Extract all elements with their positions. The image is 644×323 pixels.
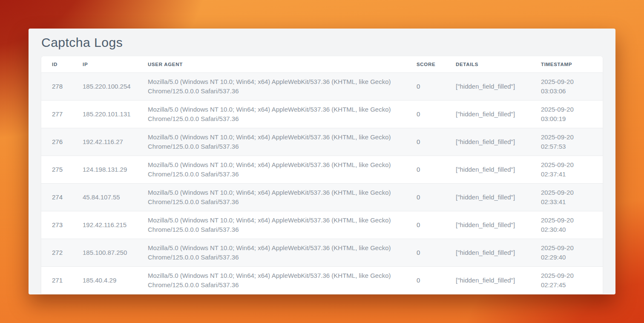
table-header-row: ID IP USER AGENT SCORE DETAILS TIMESTAMP [41,56,603,72]
cell-user-agent: Mozilla/5.0 (Windows NT 10.0; Win64; x64… [148,239,417,266]
cell-id: 273 [41,211,83,239]
cell-id: 277 [41,100,83,128]
cell-ip: 192.42.116.215 [83,211,148,239]
cell-score: 0 [417,239,456,266]
cell-id: 278 [41,72,83,100]
cell-timestamp: 2025-09-20 02:27:45 [541,266,603,294]
cell-score: 0 [417,266,456,294]
cell-user-agent: Mozilla/5.0 (Windows NT 10.0; Win64; x64… [148,72,417,100]
cell-details: ["hidden_field_filled"] [456,128,541,156]
table-row: 273 192.42.116.215 Mozilla/5.0 (Windows … [41,211,603,239]
table-row: 272 185.100.87.250 Mozilla/5.0 (Windows … [41,239,603,266]
cell-ip: 124.198.131.29 [83,156,148,183]
cell-user-agent: Mozilla/5.0 (Windows NT 10.0; Win64; x64… [148,183,417,211]
cell-details: ["hidden_field_filled"] [456,266,541,294]
page-background: { "page": { "title": "Captcha Logs" }, "… [0,0,644,323]
cell-ip: 45.84.107.55 [83,183,148,211]
table-header: ID IP USER AGENT SCORE DETAILS TIMESTAMP [41,56,603,72]
cell-details: ["hidden_field_filled"] [456,183,541,211]
cell-user-agent: Mozilla/5.0 (Windows NT 10.0; Win64; x64… [148,128,417,156]
cell-details: ["hidden_field_filled"] [456,72,541,100]
cell-details: ["hidden_field_filled"] [456,239,541,266]
cell-timestamp: 2025-09-20 02:33:41 [541,183,603,211]
column-header-score: SCORE [417,56,456,72]
table-row: 276 192.42.116.27 Mozilla/5.0 (Windows N… [41,128,603,156]
cell-score: 0 [417,156,456,183]
column-header-ip: IP [83,56,148,72]
cell-id: 275 [41,156,83,183]
table-row: 274 45.84.107.55 Mozilla/5.0 (Windows NT… [41,183,603,211]
cell-user-agent: Mozilla/5.0 (Windows NT 10.0; Win64; x64… [148,156,417,183]
cell-ip: 185.40.4.29 [83,266,148,294]
column-header-details: DETAILS [456,56,541,72]
column-header-user-agent: USER AGENT [148,56,417,72]
cell-score: 0 [417,183,456,211]
page-title: Captcha Logs [41,35,603,50]
cell-ip: 192.42.116.27 [83,128,148,156]
cell-timestamp: 2025-09-20 02:37:41 [541,156,603,183]
cell-timestamp: 2025-09-20 02:57:53 [541,128,603,156]
cell-details: ["hidden_field_filled"] [456,100,541,128]
table-row: 278 185.220.100.254 Mozilla/5.0 (Windows… [41,72,603,100]
cell-score: 0 [417,211,456,239]
cell-user-agent: Mozilla/5.0 (Windows NT 10.0; Win64; x64… [148,100,417,128]
cell-ip: 185.220.100.254 [83,72,148,100]
table-row: 277 185.220.101.131 Mozilla/5.0 (Windows… [41,100,603,128]
cell-id: 276 [41,128,83,156]
table-body: 278 185.220.100.254 Mozilla/5.0 (Windows… [41,72,603,294]
cell-score: 0 [417,72,456,100]
cell-score: 0 [417,100,456,128]
cell-timestamp: 2025-09-20 02:29:40 [541,239,603,266]
cell-timestamp: 2025-09-20 03:03:06 [541,72,603,100]
cell-id: 274 [41,183,83,211]
cell-id: 271 [41,266,83,294]
logs-table-container: ID IP USER AGENT SCORE DETAILS TIMESTAMP… [41,56,603,294]
cell-user-agent: Mozilla/5.0 (Windows NT 10.0; Win64; x64… [148,211,417,239]
cell-score: 0 [417,128,456,156]
cell-timestamp: 2025-09-20 03:00:19 [541,100,603,128]
table-row: 275 124.198.131.29 Mozilla/5.0 (Windows … [41,156,603,183]
cell-timestamp: 2025-09-20 02:30:40 [541,211,603,239]
column-header-id: ID [41,56,83,72]
cell-details: ["hidden_field_filled"] [456,156,541,183]
table-row: 271 185.40.4.29 Mozilla/5.0 (Windows NT … [41,266,603,294]
captcha-logs-card: Captcha Logs ID IP USER AGENT SCORE DETA… [29,29,615,294]
cell-ip: 185.100.87.250 [83,239,148,266]
cell-ip: 185.220.101.131 [83,100,148,128]
cell-details: ["hidden_field_filled"] [456,211,541,239]
cell-id: 272 [41,239,83,266]
column-header-timestamp: TIMESTAMP [541,56,603,72]
cell-user-agent: Mozilla/5.0 (Windows NT 10.0; Win64; x64… [148,266,417,294]
logs-table: ID IP USER AGENT SCORE DETAILS TIMESTAMP… [41,56,603,294]
